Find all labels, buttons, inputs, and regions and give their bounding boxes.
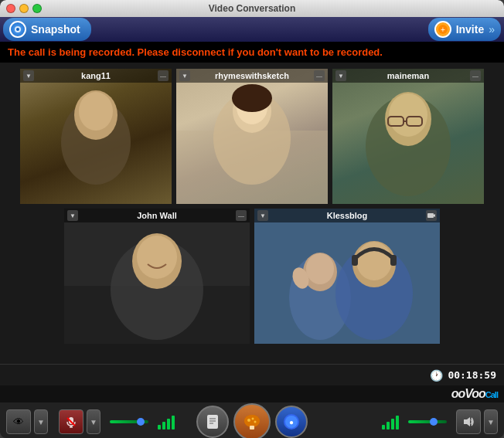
svg-point-6 [79, 92, 113, 131]
video-minimize-johnwall[interactable]: ▼ [67, 210, 78, 221]
speaker-slider-thumb[interactable] [430, 418, 438, 426]
timer-display: 00:18:59 [448, 369, 496, 381]
svg-point-22 [137, 236, 177, 279]
recording-text: The call is being recorded. Please disco… [8, 46, 383, 58]
vol-bar-2 [162, 422, 165, 430]
effects-button[interactable] [233, 403, 271, 438]
username-kang11: kang11 [34, 71, 158, 80]
minus-icon: — [160, 73, 166, 80]
video-panel-rhymes: ▼ rhymeswithsketch — [176, 69, 328, 204]
svg-point-45 [247, 419, 250, 422]
controls-right: ▼ [382, 409, 498, 434]
brand-name: ooVoo [451, 387, 485, 400]
mushroom-icon [242, 412, 262, 432]
video-feed-maineman [332, 69, 484, 204]
microphone-icon [65, 416, 77, 428]
video-area: ▼ kang11 — [0, 63, 504, 364]
video-panel-klessblog: ▼ Klessblog [254, 209, 440, 344]
username-klessblog: Klessblog [268, 211, 426, 220]
vol-bar-3 [167, 419, 170, 430]
window-title: Video Conversation [209, 3, 295, 14]
top-video-row: ▼ kang11 — [6, 69, 498, 204]
video-close-johnwall[interactable]: — [236, 210, 247, 221]
document-icon [204, 413, 221, 430]
svg-point-47 [254, 421, 257, 423]
video-close-maineman[interactable]: — [470, 70, 481, 81]
video-feed-johnwall [64, 209, 250, 344]
svg-text:●: ● [289, 418, 294, 426]
window-controls [6, 4, 42, 13]
call-end-button[interactable]: ● [275, 406, 308, 438]
svg-point-26 [306, 253, 334, 284]
video-minimize-maineman[interactable]: ▼ [335, 70, 346, 81]
minus-icon: — [238, 212, 244, 219]
mute-dropdown-button[interactable]: ▼ [87, 409, 100, 434]
svg-rect-30 [352, 255, 358, 266]
title-bar: Video Conversation [0, 0, 504, 17]
document-share-button[interactable] [196, 406, 229, 438]
eye-toggle-button[interactable]: 👁 [6, 409, 31, 434]
volume-indicator-right [382, 414, 399, 430]
video-panel-maineman: ▼ maineman — [332, 69, 484, 204]
video-panel-header-maineman: ▼ maineman — [332, 69, 484, 83]
maximize-button[interactable] [32, 4, 42, 13]
svg-text:+: + [441, 25, 445, 34]
snapshot-button[interactable]: Snapshot [3, 18, 91, 41]
video-minimize-klessblog[interactable]: ▼ [257, 210, 268, 221]
recording-notice: The call is being recorded. Please disco… [0, 42, 504, 63]
brand-bar: ooVooCall [0, 385, 504, 402]
invite-label: Invite [456, 23, 485, 36]
svg-point-46 [252, 418, 254, 420]
volume-slider-thumb[interactable] [137, 418, 145, 426]
svg-point-1 [16, 28, 19, 31]
toolbar: Snapshot + Invite » [0, 17, 504, 42]
invite-button[interactable]: + Invite » [428, 18, 501, 41]
svg-marker-52 [464, 417, 470, 426]
bottom-video-row: ▼ John Wall — [6, 209, 498, 344]
username-maineman: maineman [346, 71, 470, 80]
vol-bar-4 [172, 416, 175, 430]
volume-slider[interactable] [110, 420, 148, 423]
chevron-down-icon: ▼ [90, 418, 97, 426]
speaker-dropdown-button[interactable]: ▼ [484, 409, 498, 434]
chevron-down-icon: ▼ [70, 212, 76, 219]
snapshot-icon [9, 21, 26, 38]
minimize-button[interactable] [19, 4, 29, 13]
timer-content: 🕐 00:18:59 [430, 369, 496, 382]
chevron-down-icon: ▼ [182, 73, 188, 80]
brand-suffix: Call [485, 390, 498, 399]
username-rhymes: rhymeswithsketch [190, 71, 314, 80]
speaker-slider[interactable] [408, 420, 447, 423]
chevron-down-icon: ▼ [260, 212, 266, 219]
mute-button[interactable] [59, 409, 83, 434]
brand-logo: ooVooCall [451, 387, 498, 401]
chevron-down-icon: ▼ [37, 418, 45, 426]
vol-bar-r4 [396, 416, 399, 430]
video-close-kang11[interactable]: — [158, 70, 169, 81]
vol-bar-r3 [391, 419, 394, 430]
video-close-rhymes[interactable]: — [314, 70, 325, 81]
speaker-button[interactable] [456, 409, 481, 434]
minus-icon: — [316, 73, 322, 80]
chevron-down-icon: ▼ [338, 73, 344, 80]
video-minimize-kang11[interactable]: ▼ [23, 70, 34, 81]
vol-bar-r2 [387, 422, 390, 430]
call-icon: ● [283, 413, 300, 430]
video-feed-rhymes [176, 69, 328, 204]
vol-bar-1 [158, 425, 161, 430]
eye-dropdown-button[interactable]: ▼ [34, 409, 48, 434]
speaker-icon [462, 416, 475, 428]
video-minimize-rhymes[interactable]: ▼ [179, 70, 190, 81]
video-panel-johnwall: ▼ John Wall — [64, 209, 250, 344]
controls-center: ● [196, 403, 308, 438]
clock-icon: 🕐 [430, 369, 443, 382]
vol-bar-r1 [382, 425, 385, 430]
close-button[interactable] [6, 4, 15, 13]
invite-icon: + [434, 21, 451, 38]
video-icon-klessblog[interactable] [426, 210, 437, 221]
svg-point-14 [389, 93, 427, 137]
svg-rect-33 [427, 213, 434, 218]
minus-icon: — [472, 73, 478, 80]
video-panel-header-rhymes: ▼ rhymeswithsketch — [176, 69, 328, 83]
timer-bar: 🕐 00:18:59 [0, 364, 504, 385]
